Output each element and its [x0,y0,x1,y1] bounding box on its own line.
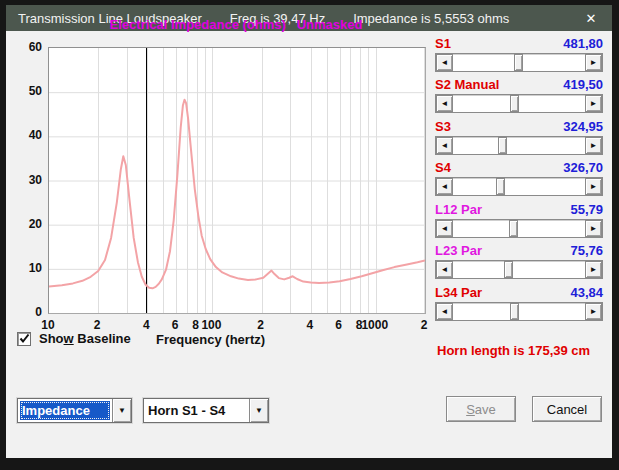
x-tick-label: 4 [306,318,313,332]
impedance-plot[interactable] [48,47,426,314]
segment-combobox[interactable]: Horn S1 - S4 ▼ [143,398,269,423]
slider-value-l34: 43,84 [570,285,603,300]
slider-s3[interactable]: ◄► [435,136,603,155]
slider-label-s1: S1 [435,36,451,51]
cancel-button[interactable]: Cancel [532,396,602,422]
x-tick-label: 2 [421,318,428,332]
slider-row-s3: S3324,95 ◄► [435,119,603,155]
slider-s2[interactable]: ◄► [435,94,603,113]
left-arrow-icon[interactable]: ◄ [436,178,453,195]
right-arrow-icon[interactable]: ► [585,137,602,154]
slider-value-s4: 326,70 [563,160,603,175]
x-tick-label: 1000 [361,318,388,332]
right-arrow-icon[interactable]: ► [585,178,602,195]
left-arrow-icon[interactable]: ◄ [436,303,453,320]
slider-thumb[interactable] [498,137,507,154]
slider-label-s2: S2 Manual [435,77,499,92]
right-arrow-icon[interactable]: ► [585,220,602,237]
slider-l34[interactable]: ◄► [435,302,603,321]
dialog-frame: Transmission Line Loudspeaker Freq is 39… [0,0,619,470]
y-tick-label: 20 [12,217,42,231]
right-arrow-icon[interactable]: ► [585,303,602,320]
slider-s1[interactable]: ◄► [435,53,603,72]
x-tick-label: 6 [335,318,342,332]
left-arrow-icon[interactable]: ◄ [436,220,453,237]
view-combobox-value[interactable]: Impedance [20,401,110,420]
x-axis-title: Frequency (hertz) [156,332,265,347]
slider-row-l12: L12 Par55,79 ◄► [435,202,603,238]
show-baseline-checkbox[interactable] [17,332,31,346]
chart-title: Electrical Impedance (ohms) Unmasked [48,17,424,32]
slider-thumb[interactable] [514,54,523,71]
masking-status: Unmasked [297,17,363,32]
x-tick-label: 10 [41,318,54,332]
x-tick-label: 2 [94,318,101,332]
slider-s4[interactable]: ◄► [435,177,603,196]
slider-value-s2: 419,50 [563,77,603,92]
slider-label-s3: S3 [435,119,451,134]
right-arrow-icon[interactable]: ► [585,54,602,71]
slider-thumb[interactable] [510,95,519,112]
y-tick-label: 10 [12,261,42,275]
x-tick-label: 100 [201,318,221,332]
show-baseline-label: Show Baseline [39,331,131,346]
x-tick-label: 6 [172,318,179,332]
slider-value-s1: 481,80 [563,36,603,51]
save-button[interactable]: Save [446,396,516,422]
segment-combobox-value[interactable]: Horn S1 - S4 [144,399,249,422]
y-tick-label: 40 [12,128,42,142]
slider-value-l12: 55,79 [570,202,603,217]
right-arrow-icon[interactable]: ► [585,95,602,112]
chart-title-text: Electrical Impedance (ohms) [110,17,286,32]
slider-l23[interactable]: ◄► [435,260,603,279]
chevron-down-icon[interactable]: ▼ [112,399,131,422]
slider-row-s2: S2 Manual419,50 ◄► [435,77,603,113]
left-arrow-icon[interactable]: ◄ [436,137,453,154]
impedance-curve-svg [49,48,425,313]
y-tick-label: 0 [12,305,42,319]
slider-value-l23: 75,76 [570,243,603,258]
slider-thumb[interactable] [504,261,513,278]
slider-l12[interactable]: ◄► [435,219,603,238]
y-tick-label: 60 [12,40,42,54]
right-arrow-icon[interactable]: ► [585,261,602,278]
x-tick-label: 2 [257,318,264,332]
slider-thumb[interactable] [496,178,505,195]
slider-label-l23: L23 Par [435,243,482,258]
x-tick-label: 4 [143,318,150,332]
checkmark-icon [19,333,30,344]
slider-row-l34: L34 Par43,84 ◄► [435,285,603,321]
slider-label-s4: S4 [435,160,451,175]
horn-length-text: Horn length is 175,39 cm [437,343,590,358]
slider-row-s1: S1481,80 ◄► [435,36,603,72]
slider-row-l23: L23 Par75,76 ◄► [435,243,603,279]
y-tick-label: 30 [12,173,42,187]
y-tick-label: 50 [12,84,42,98]
slider-value-s3: 324,95 [563,119,603,134]
left-arrow-icon[interactable]: ◄ [436,261,453,278]
slider-thumb[interactable] [510,303,519,320]
x-tick-label: 8 [192,318,199,332]
close-icon[interactable]: ✕ [576,5,606,31]
view-combobox[interactable]: Impedance ▼ [17,398,132,423]
slider-label-l34: L34 Par [435,285,482,300]
left-arrow-icon[interactable]: ◄ [436,54,453,71]
left-arrow-icon[interactable]: ◄ [436,95,453,112]
slider-label-l12: L12 Par [435,202,482,217]
transmission-line-dialog: Transmission Line Loudspeaker Freq is 39… [6,5,612,458]
show-baseline-row: Show Baseline [17,331,131,346]
slider-row-s4: S4326,70 ◄► [435,160,603,196]
chevron-down-icon[interactable]: ▼ [249,399,268,422]
slider-thumb[interactable] [509,220,518,237]
